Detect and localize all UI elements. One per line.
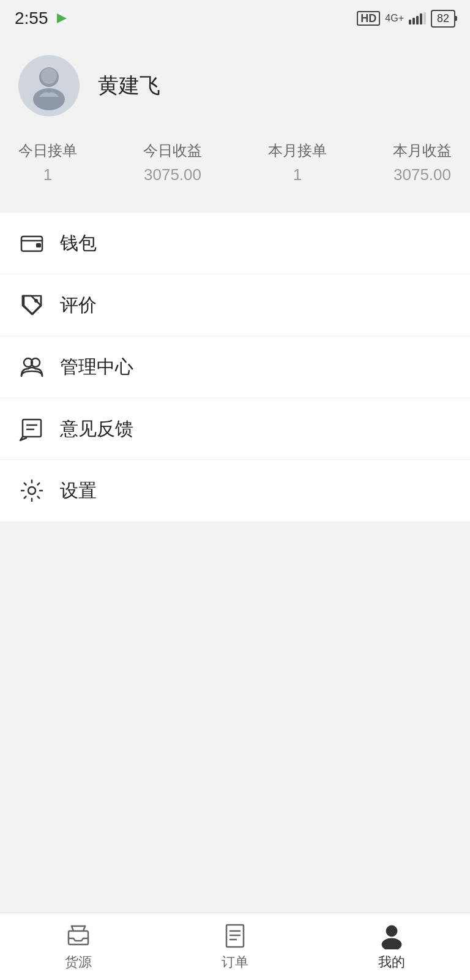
stat-month-orders-value: 1 <box>293 165 302 184</box>
menu-item-review[interactable]: 评价 <box>0 274 470 336</box>
nav-item-orders[interactable]: 订单 <box>197 916 273 978</box>
bottom-nav: 货源 订单 我的 <box>0 913 470 980</box>
battery-icon: 82 <box>431 10 455 28</box>
stat-month-orders: 本月接单 1 <box>268 141 327 184</box>
gear-icon <box>18 477 45 504</box>
nav-label-orders: 订单 <box>222 953 248 971</box>
source-nav-icon <box>65 922 92 949</box>
battery-container: 82 <box>431 10 455 28</box>
stat-month-earnings-label: 本月收益 <box>393 141 452 160</box>
status-right: HD 4G+ 82 <box>357 10 455 28</box>
svg-point-6 <box>34 299 38 303</box>
feedback-icon <box>18 415 45 442</box>
stats-section: 今日接单 1 今日收益 3075.00 本月接单 1 本月收益 3075.00 <box>0 129 470 203</box>
menu-label-review: 评价 <box>60 293 97 318</box>
status-bar: 2:55 HD 4G+ 82 <box>0 0 470 37</box>
nav-label-mine: 我的 <box>378 953 405 971</box>
stat-month-earnings: 本月收益 3075.00 <box>393 141 452 184</box>
nav-item-mine[interactable]: 我的 <box>354 916 430 978</box>
avatar <box>18 55 80 116</box>
content-area: 黄建飞 今日接单 1 今日收益 3075.00 本月接单 1 本月收益 3075… <box>0 37 470 595</box>
avatar-image <box>24 61 73 110</box>
svg-marker-0 <box>57 13 67 23</box>
svg-rect-9 <box>23 420 41 437</box>
menu-item-feedback[interactable]: 意见反馈 <box>0 398 470 460</box>
menu-label-management: 管理中心 <box>60 355 133 380</box>
mine-nav-icon <box>378 922 405 949</box>
svg-point-12 <box>28 487 35 494</box>
play-icon <box>54 12 68 25</box>
stat-today-orders-value: 1 <box>43 165 52 184</box>
users-icon <box>18 353 45 380</box>
signal-icon <box>409 12 426 24</box>
stat-today-earnings: 今日收益 3075.00 <box>143 141 202 184</box>
wallet-icon <box>18 230 45 257</box>
svg-point-20 <box>382 938 401 949</box>
menu-section: 钱包 评价 <box>0 213 470 521</box>
stat-month-earnings-value: 3075.00 <box>394 165 451 184</box>
battery-level: 82 <box>437 12 449 24</box>
svg-point-19 <box>386 925 397 937</box>
tag-icon <box>18 292 45 318</box>
hd-badge: HD <box>357 11 380 26</box>
svg-point-2 <box>33 88 65 110</box>
stat-today-orders-label: 今日接单 <box>18 141 77 160</box>
network-badge: 4G+ <box>385 13 404 24</box>
menu-label-settings: 设置 <box>60 478 97 503</box>
stat-month-orders-label: 本月接单 <box>268 141 327 160</box>
username: 黄建飞 <box>98 72 160 100</box>
nav-item-source[interactable]: 货源 <box>40 916 116 978</box>
stat-today-orders: 今日接单 1 <box>18 141 77 184</box>
profile-section: 黄建飞 <box>0 37 470 129</box>
menu-item-settings[interactable]: 设置 <box>0 460 470 521</box>
stat-today-earnings-label: 今日收益 <box>143 141 202 160</box>
status-time: 2:55 <box>15 9 48 28</box>
menu-item-wallet[interactable]: 钱包 <box>0 213 470 274</box>
nav-label-source: 货源 <box>65 953 92 971</box>
svg-point-3 <box>41 68 57 84</box>
menu-label-feedback: 意见反馈 <box>60 417 133 442</box>
stat-today-earnings-value: 3075.00 <box>144 165 201 184</box>
status-left: 2:55 <box>15 9 68 28</box>
menu-item-management[interactable]: 管理中心 <box>0 336 470 398</box>
svg-rect-5 <box>36 243 41 247</box>
menu-label-wallet: 钱包 <box>60 231 97 256</box>
orders-nav-icon <box>222 922 248 949</box>
